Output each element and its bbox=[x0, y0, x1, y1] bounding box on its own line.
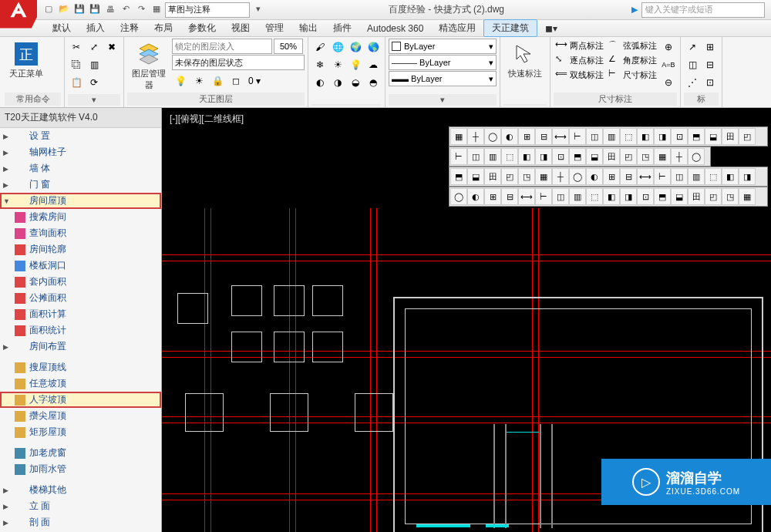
tab-output[interactable]: 输出 bbox=[291, 20, 325, 36]
toolbar-button[interactable]: ◯ bbox=[688, 148, 705, 165]
tree-item[interactable]: ▶立 面 bbox=[0, 498, 161, 514]
cloud-icon[interactable]: ☁ bbox=[365, 56, 382, 73]
qat-redo-icon[interactable]: ↷ bbox=[134, 2, 148, 16]
tree-item[interactable]: 查询面积 bbox=[0, 225, 161, 241]
erase-icon[interactable]: ✖ bbox=[103, 39, 120, 56]
ex1-icon[interactable]: ↗ bbox=[684, 39, 701, 56]
m1-icon[interactable]: ◐ bbox=[311, 74, 328, 91]
dim-arc[interactable]: ⌒弦弧标注 bbox=[607, 39, 658, 52]
toolbar-button[interactable]: ┼ bbox=[552, 168, 569, 185]
tab-default[interactable]: 默认 bbox=[45, 20, 79, 36]
toolbar-button[interactable]: ⟷ bbox=[637, 168, 654, 185]
globe3-icon[interactable]: 🌎 bbox=[365, 39, 382, 56]
dim-ext2-icon[interactable]: A=B bbox=[660, 56, 677, 73]
fade-value[interactable]: 50% bbox=[274, 39, 303, 54]
toolbar-button[interactable]: ⊢ bbox=[450, 148, 467, 165]
toolbar-button[interactable]: ◐ bbox=[586, 168, 603, 185]
tree-item[interactable]: ▶门 窗 bbox=[0, 177, 161, 193]
tree-item[interactable]: 公摊面积 bbox=[0, 290, 161, 306]
help-search-input[interactable]: 键入关键字或短语 bbox=[641, 2, 765, 18]
toolbar-button[interactable]: ⬒ bbox=[569, 148, 586, 165]
qat-save-icon[interactable]: 💾 bbox=[72, 2, 86, 16]
toolbar-button[interactable]: ◐ bbox=[467, 188, 484, 205]
toolbar-button[interactable]: ▥ bbox=[484, 148, 501, 165]
workspace-dropdown[interactable]: 草图与注释 bbox=[165, 2, 250, 18]
tab-layout[interactable]: 布局 bbox=[146, 20, 180, 36]
qat-new-icon[interactable]: ▢ bbox=[42, 2, 56, 16]
toolbar-button[interactable]: ◰ bbox=[739, 128, 756, 145]
tab-extra-icon[interactable]: ◼▾ bbox=[537, 22, 565, 35]
toolbar-button[interactable]: ⬚ bbox=[586, 188, 603, 205]
toolbar-button[interactable]: ⊢ bbox=[569, 128, 586, 145]
viewport-label[interactable]: [-][俯视][二维线框] bbox=[170, 113, 244, 126]
dim-ext3-icon[interactable]: ⊖ bbox=[660, 74, 677, 91]
toolbar-button[interactable]: ◫ bbox=[467, 148, 484, 165]
toolbar-button[interactable]: ◫ bbox=[552, 188, 569, 205]
floating-toolbar-4[interactable]: ◯◐⊞⊟⟷⊢◫▥⬚◧◨⊡⬒⬓田◰◳▦ bbox=[449, 187, 768, 207]
globe2-icon[interactable]: 🌍 bbox=[347, 39, 364, 56]
match-icon[interactable]: 🖌 bbox=[311, 39, 328, 56]
floating-toolbar-3[interactable]: ⬒⬓田◰◳▦┼◯◐⊞⊟⟷⊢◫▥⬚◧◨ bbox=[449, 167, 768, 187]
layer-lock-icon[interactable]: 🔒 bbox=[209, 72, 226, 89]
toolbar-button[interactable]: ⊟ bbox=[501, 188, 518, 205]
toolbar-button[interactable]: ◫ bbox=[671, 168, 688, 185]
layer-name[interactable]: 0 ▾ bbox=[246, 72, 263, 89]
toolbar-button[interactable]: ◨ bbox=[654, 128, 671, 145]
rotate-icon[interactable]: ⟳ bbox=[86, 74, 103, 91]
tab-insert[interactable]: 插入 bbox=[79, 20, 113, 36]
qat-grid-icon[interactable]: ▦ bbox=[150, 2, 163, 16]
toolbar-button[interactable]: ◧ bbox=[637, 128, 654, 145]
tree-item[interactable]: 任意坡顶 bbox=[0, 375, 161, 392]
toolbar-button[interactable]: ⊢ bbox=[654, 168, 671, 185]
toolbar-button[interactable]: ▥ bbox=[603, 128, 620, 145]
dim-double-line[interactable]: ⟸双线标注 bbox=[554, 68, 605, 82]
tree-item[interactable]: 攒尖屋顶 bbox=[0, 408, 161, 424]
m4-icon[interactable]: ◓ bbox=[365, 74, 382, 91]
cut-icon[interactable]: ✂ bbox=[68, 39, 85, 56]
ex3-icon[interactable]: ◫ bbox=[684, 56, 701, 73]
tree-item[interactable]: ▶剖 面 bbox=[0, 514, 161, 530]
tab-plugins[interactable]: 插件 bbox=[325, 20, 359, 36]
tree-item[interactable]: 房间轮廓 bbox=[0, 241, 161, 258]
ex2-icon[interactable]: ⊞ bbox=[702, 39, 719, 56]
layer-state-dropdown[interactable]: 未保存的图层状态 bbox=[172, 55, 305, 70]
toolbar-button[interactable]: ⬓ bbox=[467, 168, 484, 185]
tree-item[interactable]: 人字坡顶 bbox=[0, 392, 161, 408]
ex5-icon[interactable]: ⋰ bbox=[684, 74, 701, 91]
ex6-icon[interactable]: ⊡ bbox=[702, 74, 719, 91]
toolbar-button[interactable]: ◳ bbox=[518, 168, 535, 185]
toolbar-button[interactable]: 田 bbox=[603, 148, 620, 165]
qat-saveas-icon[interactable]: 💾 bbox=[88, 2, 102, 16]
tab-view[interactable]: 视图 bbox=[224, 20, 258, 36]
floating-toolbar-2[interactable]: ⊢◫▥⬚◧◨⊡⬒⬓田◰◳▦┼◯ bbox=[449, 146, 711, 167]
qat-more-icon[interactable]: ▾ bbox=[251, 2, 265, 16]
toolbar-button[interactable]: ◨ bbox=[535, 148, 552, 165]
toolbar-button[interactable]: ◳ bbox=[637, 148, 654, 165]
search-icon[interactable]: ▶ bbox=[628, 3, 641, 17]
world-icon[interactable]: 🌐 bbox=[329, 39, 346, 56]
tab-autodesk360[interactable]: Autodesk 360 bbox=[359, 22, 431, 35]
sun2-icon[interactable]: ☀ bbox=[329, 56, 346, 73]
toolbar-button[interactable]: ▦ bbox=[535, 168, 552, 185]
toolbar-button[interactable]: ⊞ bbox=[484, 188, 501, 205]
toolbar-button[interactable]: ⬚ bbox=[705, 168, 722, 185]
floating-toolbar-1[interactable]: ▦┼◯◐⊞⊟⟷⊢◫▥⬚◧◨⊡⬒⬓田◰ bbox=[449, 126, 768, 146]
locked-layer-fade[interactable]: 锁定的图层淡入 bbox=[172, 39, 272, 54]
ex4-icon[interactable]: ⊟ bbox=[702, 56, 719, 73]
dim-dim[interactable]: ⊢尺寸标注 bbox=[607, 68, 658, 82]
toolbar-button[interactable]: ⊡ bbox=[637, 188, 654, 205]
layer-sun-icon[interactable]: ☀ bbox=[190, 72, 207, 89]
layer-color-icon[interactable]: ◻ bbox=[227, 72, 244, 89]
toolbar-button[interactable]: ⊡ bbox=[552, 148, 569, 165]
toolbar-button[interactable]: ◯ bbox=[569, 168, 586, 185]
tree-item[interactable]: 加雨水管 bbox=[0, 461, 161, 477]
tree-item[interactable]: ▶轴网柱子 bbox=[0, 144, 161, 160]
tab-tangent[interactable]: 天正建筑 bbox=[483, 19, 537, 37]
color-dropdown[interactable]: ByLayer▾ bbox=[389, 39, 497, 54]
toolbar-button[interactable]: ⊡ bbox=[671, 128, 688, 145]
toolbar-button[interactable]: ▥ bbox=[569, 188, 586, 205]
tree-item[interactable]: ▶设 置 bbox=[0, 128, 161, 144]
dim-continuous[interactable]: ⤡逐点标注 bbox=[554, 53, 605, 67]
layer-bulb-icon[interactable]: 💡 bbox=[172, 72, 189, 89]
tree-item[interactable]: ▶房间布置 bbox=[0, 338, 161, 355]
